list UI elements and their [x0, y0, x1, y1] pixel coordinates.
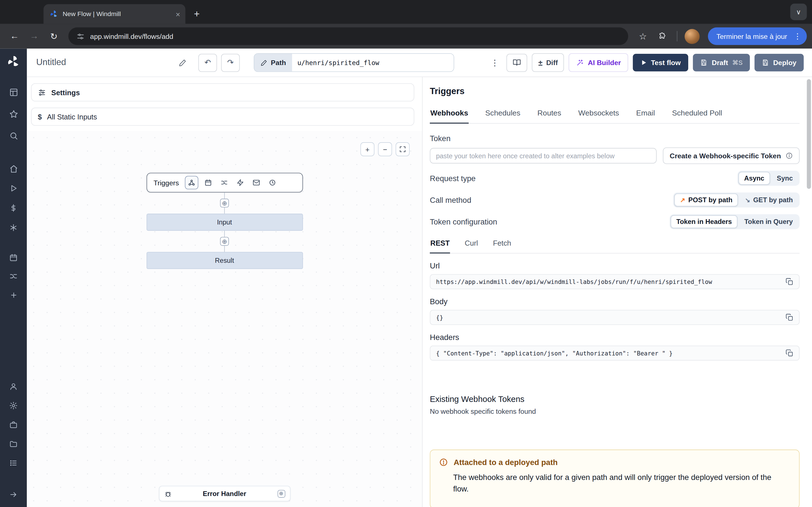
- token-input[interactable]: [430, 148, 657, 163]
- browser-chrome: New Flow | Windmill × + ∨ ← → ↻ app.wind…: [0, 0, 812, 49]
- url-box: https://app.windmill.dev/api/w/windmill-…: [430, 274, 799, 289]
- chrome-menu-icon[interactable]: ⋮: [792, 30, 804, 43]
- option-sync[interactable]: Sync: [771, 172, 799, 185]
- sidebar-item-folders[interactable]: [5, 437, 22, 451]
- schedule-trigger-icon[interactable]: [202, 176, 214, 189]
- address-bar[interactable]: app.windmill.dev/flows/add: [68, 27, 628, 45]
- reload-button[interactable]: ↻: [45, 27, 63, 45]
- triggers-node[interactable]: Triggers: [146, 173, 303, 192]
- trigger-tabs: Webhooks Schedules Routes Websockets Ema…: [430, 109, 799, 124]
- sidebar-item-routes[interactable]: [5, 269, 22, 283]
- tab-schedules[interactable]: Schedules: [485, 109, 521, 124]
- scheduled-poll-trigger-icon[interactable]: [266, 176, 278, 189]
- sidebar-collapse-button[interactable]: [5, 487, 22, 502]
- error-handler-add-button[interactable]: ⊕: [277, 490, 285, 497]
- tab-fetch[interactable]: Fetch: [493, 239, 512, 253]
- fit-view-button[interactable]: [396, 142, 410, 156]
- flow-graph-area[interactable]: + − Triggers: [27, 131, 422, 507]
- undo-button[interactable]: ↶: [198, 54, 217, 71]
- websocket-trigger-icon[interactable]: [234, 176, 246, 189]
- sidebar-item-more[interactable]: [5, 288, 22, 302]
- bug-icon: [164, 490, 172, 497]
- webhook-trigger-icon[interactable]: [185, 176, 198, 189]
- tab-rest[interactable]: REST: [430, 239, 450, 253]
- sidebar-item-schedules[interactable]: [5, 250, 22, 265]
- tab-routes[interactable]: Routes: [537, 109, 562, 124]
- sidebar-item-variables[interactable]: [5, 201, 22, 215]
- error-handler-node[interactable]: Error Handler ⊕: [159, 486, 290, 501]
- sidebar-item-groups[interactable]: [5, 456, 22, 470]
- sidebar-item-favorites[interactable]: [5, 107, 22, 121]
- tab-websockets[interactable]: Websockets: [578, 109, 619, 124]
- tab-curl[interactable]: Curl: [464, 239, 478, 253]
- flow-toolbar: Untitled ↶ ↷ Path ⋮: [27, 49, 812, 77]
- forward-button[interactable]: →: [25, 27, 43, 45]
- draft-button[interactable]: Draft ⌘S: [693, 54, 750, 71]
- token-row: Create a Webhook-specific Token: [430, 147, 799, 164]
- create-token-button[interactable]: Create a Webhook-specific Token: [663, 147, 800, 164]
- sidebar-item-workspace[interactable]: [5, 85, 22, 99]
- diff-button[interactable]: ± Diff: [532, 53, 564, 72]
- option-get-by-path[interactable]: ↘ GET by path: [739, 193, 799, 207]
- diff-icon: ±: [538, 58, 543, 67]
- static-inputs-bar[interactable]: $ All Static Inputs: [31, 108, 414, 126]
- snippet-tabs: REST Curl Fetch: [430, 239, 799, 253]
- route-split-icon: [9, 272, 17, 280]
- input-node[interactable]: Input: [146, 214, 303, 231]
- call-method-toggle: ↗ POST by path ↘ GET by path: [673, 192, 800, 207]
- home-icon: [9, 164, 18, 173]
- windmill-logo[interactable]: [7, 55, 20, 68]
- scrollbar-thumb[interactable]: [807, 79, 811, 189]
- sidebar-item-users[interactable]: [5, 379, 22, 393]
- route-trigger-icon[interactable]: [218, 176, 230, 189]
- docs-button[interactable]: [507, 54, 527, 71]
- add-step-button[interactable]: ⊕: [220, 237, 229, 245]
- address-toolbar: ← → ↻ app.windmill.dev/flows/add ☆ Termi…: [0, 24, 812, 48]
- settings-bar[interactable]: Settings: [31, 83, 414, 101]
- path-input[interactable]: [292, 54, 454, 71]
- tab-webhooks[interactable]: Webhooks: [430, 109, 469, 124]
- new-tab-button[interactable]: +: [190, 7, 204, 21]
- ai-builder-button[interactable]: AI Builder: [569, 53, 628, 72]
- copy-icon[interactable]: [785, 278, 794, 286]
- browser-tab[interactable]: New Flow | Windmill ×: [43, 4, 185, 24]
- sidebar-item-workers[interactable]: [5, 417, 22, 432]
- profile-avatar[interactable]: [685, 29, 700, 44]
- edit-title-pencil-icon[interactable]: [179, 59, 187, 66]
- zoom-in-button[interactable]: +: [360, 142, 374, 156]
- path-label[interactable]: Path: [254, 54, 292, 71]
- deploy-button[interactable]: Deploy: [755, 54, 804, 71]
- option-token-in-query[interactable]: Token in Query: [739, 215, 799, 228]
- sidebar-item-runs[interactable]: [5, 181, 22, 195]
- option-post-by-path[interactable]: ↗ POST by path: [674, 193, 738, 207]
- extensions-icon[interactable]: [653, 27, 672, 45]
- request-type-row: Request type Async Sync: [430, 171, 799, 186]
- bookmark-star-icon[interactable]: ☆: [633, 27, 652, 45]
- chrome-update-button[interactable]: Terminer la mise à jour ⋮: [708, 27, 807, 45]
- zoom-out-button[interactable]: −: [378, 142, 392, 156]
- email-trigger-icon[interactable]: [250, 176, 262, 189]
- tab-scheduled-poll[interactable]: Scheduled Poll: [672, 109, 723, 124]
- sidebar-item-home[interactable]: [5, 161, 22, 176]
- flow-title: Untitled: [36, 57, 66, 68]
- tab-search-button[interactable]: ∨: [790, 4, 807, 20]
- tab-close-icon[interactable]: ×: [175, 10, 180, 18]
- copy-icon[interactable]: [785, 349, 794, 357]
- add-step-button[interactable]: ⊕: [220, 199, 229, 207]
- copy-icon[interactable]: [785, 314, 794, 321]
- result-node[interactable]: Result: [146, 252, 303, 269]
- sidebar-item-resources[interactable]: [5, 220, 22, 235]
- call-method-row: Call method ↗ POST by path ↘ GET by path: [430, 192, 799, 207]
- panel-scrollbar[interactable]: [806, 77, 812, 507]
- headers-value: { "Content-Type": "application/json", "A…: [436, 349, 780, 357]
- flow-more-menu[interactable]: ⋮: [488, 54, 502, 71]
- redo-button[interactable]: ↷: [221, 54, 240, 71]
- back-button[interactable]: ←: [5, 27, 24, 45]
- sidebar-item-settings[interactable]: [5, 398, 22, 413]
- option-async[interactable]: Async: [739, 172, 770, 185]
- test-flow-button[interactable]: Test flow: [633, 54, 688, 71]
- site-info-icon[interactable]: [77, 33, 85, 40]
- tab-email[interactable]: Email: [636, 109, 655, 124]
- sidebar-item-search[interactable]: [5, 128, 22, 143]
- option-token-in-headers[interactable]: Token in Headers: [670, 215, 738, 228]
